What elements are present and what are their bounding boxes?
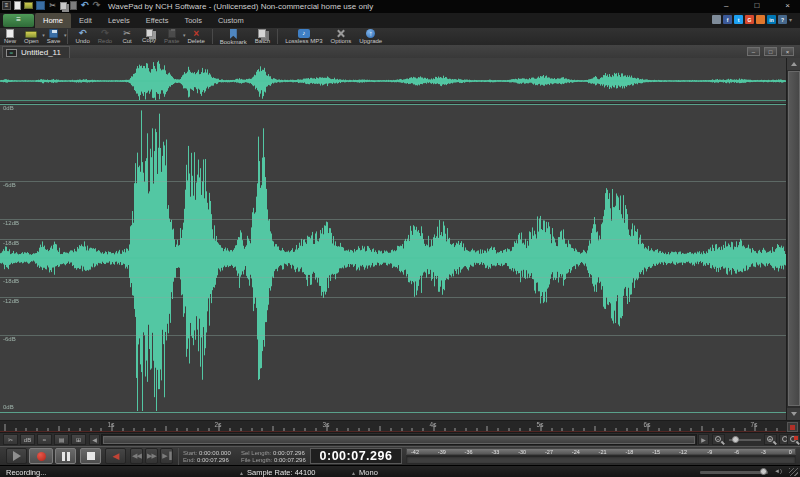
zoom-out-button[interactable]: -	[712, 434, 725, 445]
edit-cursor-tool-button[interactable]: ✂	[3, 434, 18, 445]
scroll-right-arrow-icon[interactable]: ▶	[698, 434, 709, 445]
ruler-time-label: 5s	[532, 421, 548, 428]
scroll-up-arrow-icon[interactable]	[787, 58, 800, 70]
paste-icon[interactable]	[70, 1, 77, 10]
tools-cross-icon	[336, 29, 346, 38]
scroll-left-arrow-icon[interactable]: ◀	[89, 434, 100, 445]
ruler-time-label: 7s	[746, 421, 762, 428]
options-button[interactable]: Options	[327, 28, 356, 45]
save-disk-icon[interactable]	[36, 1, 45, 10]
stop-button[interactable]	[80, 448, 101, 464]
play-button[interactable]	[6, 448, 27, 464]
undo-button[interactable]: ↶ Undo	[71, 28, 93, 45]
resize-grip[interactable]	[789, 468, 798, 476]
cursor-marker-flag[interactable]	[787, 422, 798, 432]
document-tab-bar: ≈ Untitled_11 – □ ×	[0, 45, 800, 58]
rewind-button[interactable]: ◀◀	[130, 448, 143, 464]
doc-restore-button[interactable]: □	[764, 47, 777, 56]
go-to-end-button[interactable]: ▶▐	[160, 448, 173, 464]
bookmark-button[interactable]: Bookmark	[216, 28, 251, 45]
ribbon-tabs: Home Edit Levels Effects Tools Custom	[35, 13, 252, 28]
main-menu-button[interactable]: ≡	[3, 14, 34, 27]
redo-button[interactable]: ↷ Redo	[94, 28, 116, 45]
maximize-button[interactable]: □	[754, 1, 759, 11]
zoom-slider[interactable]	[729, 434, 761, 445]
horizontal-scrollbar-thumb[interactable]	[103, 436, 695, 444]
volume-slider-knob[interactable]	[760, 468, 767, 475]
twitter-icon[interactable]: t	[734, 15, 743, 24]
volume-slider[interactable]	[700, 471, 768, 474]
overview-waveform-strip[interactable]	[0, 58, 786, 104]
tab-custom[interactable]: Custom	[210, 13, 252, 28]
cut-button[interactable]: ✂ Cut	[116, 28, 138, 45]
window-title: WavePad by NCH Software - (Unlicensed) N…	[108, 2, 373, 11]
main-waveform-canvas[interactable]	[0, 104, 786, 420]
new-file-icon[interactable]	[14, 1, 21, 10]
vertical-scrollbar[interactable]	[786, 58, 800, 420]
ruler-time-label: 1s	[103, 421, 119, 428]
document-tab[interactable]: ≈ Untitled_11	[2, 46, 70, 58]
lossless-mp3-button[interactable]: ♪ Lossless MP3	[281, 28, 326, 45]
help-icon[interactable]: ?	[778, 15, 787, 24]
zoom-full-button[interactable]	[787, 434, 800, 445]
minimize-button[interactable]: –	[724, 1, 728, 11]
copy-icon[interactable]	[60, 2, 67, 10]
split-view-button[interactable]: ⊞	[71, 434, 86, 445]
tab-home[interactable]: Home	[35, 13, 71, 28]
scroll-down-arrow-icon[interactable]	[787, 408, 800, 420]
tab-levels[interactable]: Levels	[100, 13, 138, 28]
doc-close-button[interactable]: ×	[781, 47, 794, 56]
batch-button[interactable]: Batch	[251, 28, 274, 45]
close-button[interactable]: ×	[785, 1, 790, 11]
like-icon[interactable]	[712, 15, 721, 24]
chevron-down-icon[interactable]: ▾	[789, 16, 792, 23]
channels-status[interactable]: ▴ Mono	[352, 468, 378, 477]
overview-waveform-canvas[interactable]	[0, 58, 786, 100]
speaker-icon[interactable]: ◄)	[774, 468, 782, 474]
googleplus-icon[interactable]: G	[745, 15, 754, 24]
waveform-file-icon: ≈	[6, 49, 17, 57]
vertical-scrollbar-thumb[interactable]	[788, 71, 800, 406]
record-icon	[37, 452, 46, 461]
end-time: End: 0:00:07.296	[183, 457, 229, 463]
play-icon	[13, 451, 21, 461]
save-button[interactable]: Save ▾	[43, 28, 65, 45]
scrub-tool-button[interactable]: dB	[20, 434, 35, 445]
facebook-icon[interactable]: f	[723, 15, 732, 24]
undo-icon[interactable]: ↶	[80, 1, 89, 10]
wavepad-window: ≡ ✂ ↶ ↷ WavePad by NCH Software - (Unlic…	[0, 0, 800, 477]
upgrade-button[interactable]: ↑ Upgrade	[355, 28, 386, 45]
delete-button[interactable]: × Delete	[183, 28, 208, 45]
horizontal-scrollbar[interactable]	[101, 434, 697, 445]
view-mode-button[interactable]: ▤	[54, 434, 69, 445]
paste-button[interactable]: Paste ▾	[160, 28, 183, 45]
level-meter-bar	[406, 455, 796, 464]
delete-x-icon: ×	[189, 29, 203, 38]
open-folder-icon[interactable]	[24, 2, 33, 9]
open-button[interactable]: Open ▾	[20, 28, 43, 45]
redo-icon[interactable]: ↷	[92, 1, 101, 10]
chevron-down-icon[interactable]: ▾	[64, 32, 67, 38]
zoom-in-button[interactable]: +	[764, 434, 777, 445]
cut-scissors-icon[interactable]: ✂	[48, 1, 57, 10]
new-button[interactable]: New	[0, 28, 20, 45]
envelope-tool-button[interactable]: ≈	[37, 434, 52, 445]
undo-icon: ↶	[76, 29, 90, 38]
menu-icon[interactable]: ≡	[2, 1, 11, 10]
tab-edit[interactable]: Edit	[71, 13, 100, 28]
zoom-slider-knob[interactable]	[732, 436, 739, 443]
record-button[interactable]	[29, 448, 53, 464]
doc-minimize-button[interactable]: –	[747, 47, 760, 56]
timeline-ruler[interactable]: 1s2s3s4s5s6s7s	[0, 420, 800, 432]
tab-tools[interactable]: Tools	[176, 13, 210, 28]
linkedin-icon[interactable]: in	[767, 15, 776, 24]
sample-rate-status[interactable]: ▴ Sample Rate: 44100	[240, 468, 316, 477]
ruler-time-label: 3s	[318, 421, 334, 428]
main-waveform-area[interactable]: 0dB0dB-6dB-6dB-12dB-12dB-18dB-18dB	[0, 104, 786, 420]
copy-button[interactable]: Copy	[138, 28, 160, 45]
go-to-start-button[interactable]: ◀	[105, 448, 126, 464]
fast-forward-button[interactable]: ▶▶	[145, 448, 158, 464]
pause-button[interactable]	[55, 448, 76, 464]
share-icon[interactable]	[756, 15, 765, 24]
tab-effects[interactable]: Effects	[138, 13, 177, 28]
